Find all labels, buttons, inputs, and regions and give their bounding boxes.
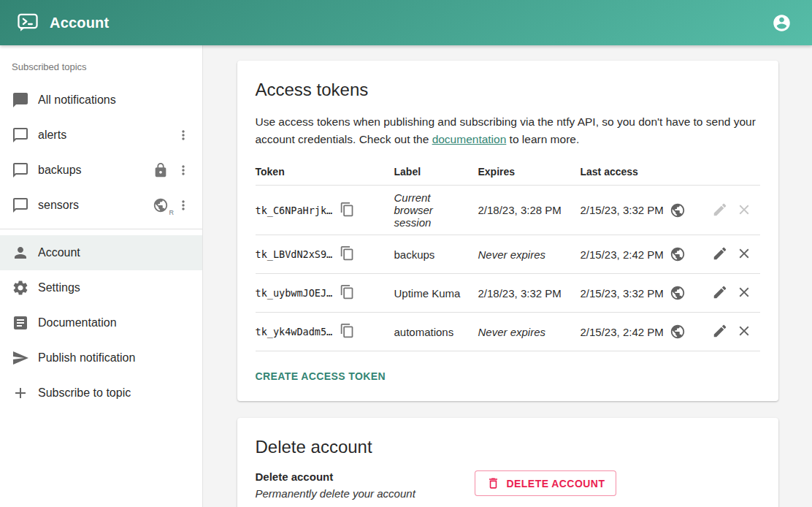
token-value: tk_LBVdN2xS9… (256, 248, 333, 260)
column-header-token: Token (256, 159, 394, 186)
sidebar-item-publish-notification[interactable]: Publish notification (0, 340, 202, 376)
copy-icon[interactable] (340, 323, 357, 340)
chat-bubble-outline-icon (12, 161, 29, 179)
globe-icon (670, 202, 686, 218)
table-row: tk_yk4wDadm5… automations Never expires … (256, 313, 760, 351)
edit-token-icon[interactable] (710, 321, 730, 342)
main-content: Access tokens Use access tokens when pub… (203, 45, 812, 507)
table-row: tk_uybwmJOEJ… Uptime Kuma 2/18/23, 3:32 … (256, 274, 760, 313)
account-menu-button[interactable] (767, 8, 796, 37)
globe-reservation-icon: R (153, 197, 169, 213)
delete-token-icon[interactable] (734, 321, 754, 342)
sidebar-item-settings[interactable]: Settings (0, 270, 202, 305)
sidebar-item-account[interactable]: Account (0, 235, 202, 270)
sidebar-divider (0, 229, 202, 229)
sidebar-item-label: Publish notification (38, 351, 194, 365)
chat-bubble-filled-icon (12, 91, 29, 109)
column-header-actions (697, 159, 760, 186)
globe-icon (670, 324, 686, 340)
sidebar-item-label: Account (38, 246, 194, 259)
sidebar-item-backups[interactable]: backups (0, 153, 202, 188)
trash-icon (486, 476, 500, 490)
delete-account-row: Delete account Permanently delete your a… (256, 470, 760, 500)
gear-icon (12, 279, 29, 297)
copy-icon[interactable] (340, 284, 357, 302)
sidebar-item-subscribe-to-topic[interactable]: Subscribe to topic (0, 376, 202, 411)
column-header-last-access: Last access (581, 159, 697, 186)
token-value: tk_C6NPaHrjk… (256, 205, 333, 216)
sidebar: Subscribed topics All notifications aler… (0, 45, 203, 507)
delete-account-title: Delete account (256, 437, 760, 457)
delete-account-row-title: Delete account (256, 470, 475, 483)
edit-token-icon[interactable] (710, 283, 730, 303)
sidebar-item-label: sensors (38, 199, 153, 212)
chat-bubble-outline-icon (12, 126, 29, 144)
plus-icon (12, 384, 29, 402)
column-header-expires: Expires (478, 159, 581, 186)
subscribed-topics-label: Subscribed topics (0, 56, 202, 83)
access-tokens-description: Use access tokens when publishing and su… (256, 113, 760, 148)
table-row: tk_C6NPaHrjk… Current browser session 2/… (256, 186, 760, 235)
delete-token-icon[interactable] (734, 244, 754, 264)
token-label: Current browser session (394, 186, 478, 235)
page-title: Account (50, 15, 109, 31)
delete-account-row-subtitle: Permanently delete your account (256, 487, 475, 500)
column-header-label: Label (394, 159, 478, 186)
copy-icon[interactable] (340, 202, 357, 219)
sidebar-item-label: All notifications (38, 94, 194, 107)
sidebar-item-label: Settings (38, 281, 194, 294)
chat-bubble-outline-icon (12, 197, 29, 214)
app-header: Account (0, 0, 812, 45)
delete-account-button[interactable]: DELETE ACCOUNT (475, 470, 617, 496)
token-value: tk_yk4wDadm5… (256, 326, 333, 338)
delete-account-card: Delete account Delete account Permanentl… (237, 418, 778, 507)
token-expires: Never expires (478, 313, 581, 351)
globe-icon (670, 246, 686, 262)
lock-icon (153, 162, 169, 178)
reservation-badge: R (169, 209, 175, 216)
table-header-row: Token Label Expires Last access (256, 159, 760, 186)
sidebar-item-documentation[interactable]: Documentation (0, 305, 202, 340)
token-last-access: 2/15/23, 2:42 PM (581, 326, 664, 338)
token-label: automations (394, 313, 478, 351)
token-label: Uptime Kuma (394, 274, 478, 313)
sidebar-item-sensors[interactable]: sensors R (0, 188, 202, 223)
topic-menu-button[interactable] (173, 160, 194, 180)
topic-menu-button[interactable] (173, 125, 194, 145)
token-expires: 2/18/23, 3:28 PM (478, 186, 581, 235)
sidebar-item-alerts[interactable]: alerts (0, 118, 202, 153)
account-circle-icon (772, 13, 792, 33)
sidebar-item-label: backups (38, 164, 153, 177)
globe-icon (670, 285, 686, 301)
token-value: tk_uybwmJOEJ… (256, 287, 333, 299)
edit-token-icon (710, 200, 730, 221)
token-last-access: 2/15/23, 3:32 PM (581, 204, 664, 216)
sidebar-item-label: Subscribe to topic (38, 386, 194, 400)
delete-token-icon (734, 200, 754, 221)
ntfy-logo-icon (16, 11, 39, 34)
sidebar-item-all-notifications[interactable]: All notifications (0, 83, 202, 118)
access-tokens-title: Access tokens (256, 80, 760, 100)
token-label: backups (394, 235, 478, 274)
sidebar-item-label: alerts (38, 129, 173, 142)
table-row: tk_LBVdN2xS9… backups Never expires 2/15… (256, 235, 760, 274)
create-access-token-button[interactable]: CREATE ACCESS TOKEN (256, 365, 386, 388)
token-expires: 2/18/23, 3:32 PM (478, 274, 581, 313)
edit-token-icon[interactable] (710, 244, 730, 264)
delete-token-icon[interactable] (734, 283, 754, 303)
sidebar-item-label: Documentation (38, 316, 194, 329)
article-icon (12, 314, 29, 332)
token-expires: Never expires (478, 235, 581, 274)
copy-icon[interactable] (340, 245, 357, 263)
token-last-access: 2/15/23, 3:32 PM (581, 287, 664, 300)
send-icon (12, 349, 29, 367)
access-tokens-table: Token Label Expires Last access tk_C6NPa… (256, 159, 760, 351)
person-icon (12, 244, 29, 262)
documentation-link[interactable]: documentation (432, 133, 507, 145)
token-last-access: 2/15/23, 2:42 PM (581, 248, 664, 261)
access-tokens-card: Access tokens Use access tokens when pub… (237, 61, 778, 401)
topic-menu-button[interactable] (173, 195, 194, 216)
